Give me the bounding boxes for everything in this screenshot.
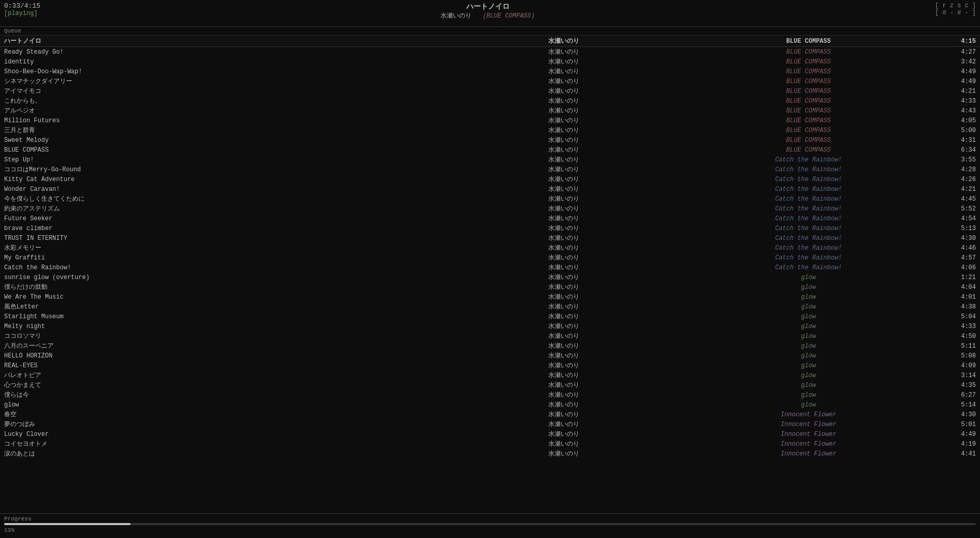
controls-line2[interactable]: [ # - # - ] [935,9,976,17]
track-duration: 4:30 [931,233,980,243]
track-title: Ready Steady Go! [0,47,441,57]
table-row[interactable]: brave climber水瀬いのりCatch the Rainbow!5:13 [0,223,980,233]
footer: Progress 13% [0,513,980,538]
track-duration: 5:11 [931,341,980,351]
track-duration: 4:43 [931,106,980,116]
track-artist: 水瀬いのり [441,214,686,223]
track-album: BLUE COMPASS [686,145,931,155]
table-row[interactable]: 夢のつぼみ水瀬いのりInnocent Flower5:01 [0,419,980,429]
table-row[interactable]: ココロはMerry-Go-Round水瀬いのりCatch the Rainbow… [0,165,980,174]
controls-line1[interactable]: [ r z s c ] [935,2,976,9]
track-artist: 水瀬いのり [441,390,686,400]
table-row[interactable]: sunrise glow (overture)水瀬いのりglow1:21 [0,272,980,282]
track-title: BLUE COMPASS [0,145,441,155]
track-duration: 4:49 [931,67,980,76]
track-title: glow [0,400,441,410]
track-album: Innocent Flower [686,439,931,449]
track-duration: 4:21 [931,86,980,96]
table-row[interactable]: HELLO HORIZON水瀬いのりglow5:08 [0,351,980,361]
track-title: REAL-EYES [0,361,441,370]
track-album: glow [686,351,931,361]
table-row[interactable]: 八月のスーベニア水瀬いのりglow5:11 [0,341,980,351]
table-row[interactable]: Lucky Clover水瀬いのりInnocent Flower4:49 [0,429,980,439]
table-row[interactable]: BLUE COMPASS水瀬いのりBLUE COMPASS6:34 [0,145,980,155]
table-row[interactable]: 心つかまえて水瀬いのりglow4:35 [0,380,980,390]
track-artist: 水瀬いのり [441,400,686,410]
table-row[interactable]: 僕らは今水瀬いのりglow6:27 [0,390,980,400]
table-row[interactable]: Future Seeker水瀬いのりCatch the Rainbow!4:54 [0,214,980,223]
table-row[interactable]: 僕らだけの鼓動水瀬いのりglow4:04 [0,282,980,292]
track-album: BLUE COMPASS [686,86,931,96]
table-row[interactable]: Sweet Melody水瀬いのりBLUE COMPASS4:31 [0,135,980,145]
track-album: Catch the Rainbow! [686,155,931,165]
table-row[interactable]: コイセヨオトメ水瀬いのりInnocent Flower4:19 [0,439,980,449]
table-row[interactable]: TRUST IN ETERNITY水瀬いのりCatch the Rainbow!… [0,233,980,243]
table-row[interactable]: REAL-EYES水瀬いのりglow4:09 [0,361,980,370]
table-row[interactable]: 風色Letter水瀬いのりglow4:38 [0,302,980,312]
table-row[interactable]: We Are The Music水瀬いのりglow4:01 [0,292,980,302]
track-album: Innocent Flower [686,410,931,419]
current-song-title: ハートノイロ [466,2,510,11]
track-artist: 水瀬いのり [441,204,686,214]
track-title: 春空 [0,410,441,419]
table-row[interactable]: 今を僕らしく生きてくために水瀬いのりCatch the Rainbow!4:45 [0,194,980,204]
table-row[interactable]: Million Futures水瀬いのりBLUE COMPASS4:05 [0,116,980,125]
track-album: BLUE COMPASS [686,76,931,86]
table-row[interactable]: 春空水瀬いのりInnocent Flower4:30 [0,410,980,419]
table-row[interactable]: 水彩メモリー水瀬いのりCatch the Rainbow!4:46 [0,243,980,253]
track-duration: 1:21 [931,272,980,282]
track-title: ココロソマリ [0,331,441,341]
table-row[interactable]: Kitty Cat Adventure水瀬いのりCatch the Rainbo… [0,174,980,184]
track-duration: 4:57 [931,253,980,263]
table-row[interactable]: Ready Steady Go!水瀬いのりBLUE COMPASS4:27 [0,47,980,57]
track-artist: 水瀬いのり [441,243,686,253]
track-duration: 5:14 [931,400,980,410]
track-title: My Graffiti [0,253,441,263]
current-album: (BLUE COMPASS) [483,12,535,20]
track-duration: 5:00 [931,125,980,135]
track-artist: 水瀬いのり [441,282,686,292]
track-duration: 4:33 [931,96,980,106]
track-duration: 4:05 [931,116,980,125]
table-row[interactable]: 三月と群青水瀬いのりBLUE COMPASS5:00 [0,125,980,135]
table-row[interactable]: アルペジオ水瀬いのりBLUE COMPASS4:43 [0,106,980,116]
header: 0:33/4:15 [playing] ハートノイロ 水瀬いのり (BLUE C… [0,0,980,27]
table-row[interactable]: Wonder Caravan!水瀬いのりCatch the Rainbow!4:… [0,184,980,194]
table-row[interactable]: パレオトピア水瀬いのりglow3:14 [0,370,980,380]
track-album: Catch the Rainbow! [686,174,931,184]
table-row[interactable]: ココロソマリ水瀬いのりglow4:50 [0,331,980,341]
track-artist: 水瀬いのり [441,233,686,243]
table-row[interactable]: Catch the Rainbow!水瀬いのりCatch the Rainbow… [0,263,980,272]
table-row[interactable]: 約束のアステリズム水瀬いのりCatch the Rainbow!5:52 [0,204,980,214]
track-duration: 4:38 [931,302,980,312]
track-title: identity [0,57,441,67]
table-row[interactable]: これからも。水瀬いのりBLUE COMPASS4:33 [0,96,980,106]
progress-label: Progress [4,516,976,522]
track-album: BLUE COMPASS [686,96,931,106]
track-title: 涙のあとは [0,449,441,459]
track-artist: 水瀬いのり [441,351,686,361]
table-row[interactable]: identity水瀬いのりBLUE COMPASS3:42 [0,57,980,67]
track-artist: 水瀬いのり [441,361,686,370]
table-row[interactable]: アイマイモコ水瀬いのりBLUE COMPASS4:21 [0,86,980,96]
track-duration: 5:01 [931,419,980,429]
header-right: [ r z s c ] [ # - # - ] [935,2,976,17]
progress-bar-container[interactable] [4,523,976,525]
track-album: glow [686,292,931,302]
table-row[interactable]: 涙のあとは水瀬いのりInnocent Flower4:41 [0,449,980,459]
track-title: これからも。 [0,96,441,106]
table-row[interactable]: Starlight Museum水瀬いのりglow5:04 [0,312,980,321]
table-row[interactable]: glow水瀬いのりglow5:14 [0,400,980,410]
track-duration: 4:06 [931,263,980,272]
table-row[interactable]: My Graffiti水瀬いのりCatch the Rainbow!4:57 [0,253,980,263]
table-row[interactable]: Step Up!水瀬いのりCatch the Rainbow!3:55 [0,155,980,165]
track-duration: 4:04 [931,282,980,292]
table-row[interactable]: Melty night水瀬いのりglow4:33 [0,321,980,331]
track-artist: 水瀬いのり [441,449,686,459]
track-title: Catch the Rainbow! [0,263,441,272]
table-row[interactable]: Shoo-Bee-Doo-Wap-Wap!水瀬いのりBLUE COMPASS4:… [0,67,980,76]
track-title: コイセヨオトメ [0,439,441,449]
track-album: BLUE COMPASS [686,106,931,116]
table-row[interactable]: シネマチックダイアリー水瀬いのりBLUE COMPASS4:49 [0,76,980,86]
track-artist: 水瀬いのり [441,116,686,125]
